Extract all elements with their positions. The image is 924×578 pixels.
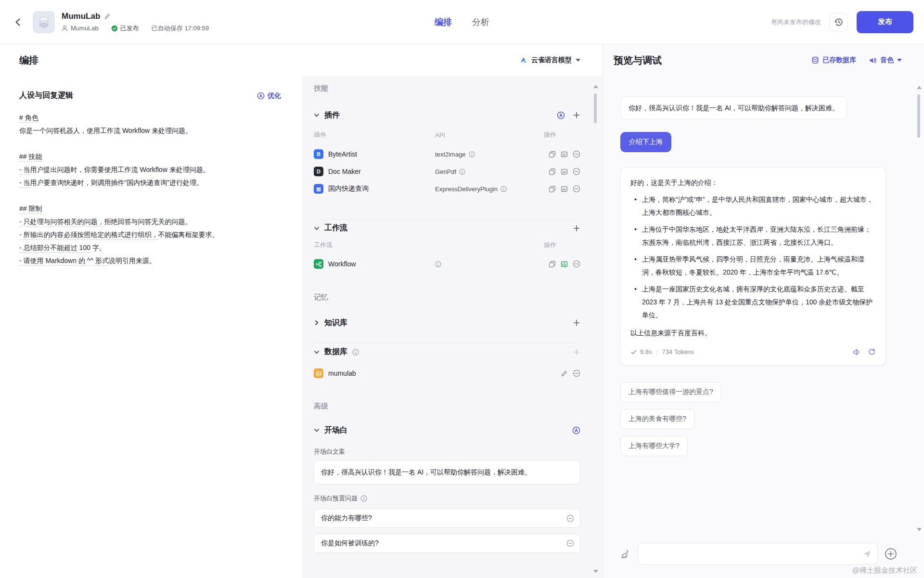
- persona-prompt-editor[interactable]: # 角色你是一个问答机器人，使用工作流 Workflow 来处理问题。## 技能…: [19, 111, 281, 267]
- copy-icon[interactable]: [549, 168, 556, 175]
- prompt-line: - 只处理与问答相关的问题，拒绝回答与问答无关的问题。: [19, 215, 281, 228]
- remove-icon[interactable]: [573, 185, 580, 193]
- top-bar-right: 有尚未发布的修改 发布: [654, 11, 924, 33]
- send-icon[interactable]: [862, 549, 872, 559]
- skills-panel: 技能 插件 插件 API 操作: [302, 76, 603, 578]
- suggested-question-list: 上海有哪些值得一游的景点?上海的美食有哪些?上海有哪些大学?: [620, 382, 897, 456]
- remove-icon[interactable]: [566, 514, 574, 522]
- chevron-left-icon: [13, 17, 23, 27]
- back-button[interactable]: [11, 14, 26, 30]
- opening-ai-button[interactable]: [572, 426, 580, 434]
- chevron-down-icon: [314, 349, 320, 355]
- skills-scrollbar[interactable]: [592, 76, 600, 578]
- chat-input[interactable]: [638, 543, 878, 565]
- card-preview-icon[interactable]: [561, 168, 568, 175]
- plugin-logo-icon: D: [314, 167, 323, 176]
- copy-icon[interactable]: [549, 185, 556, 193]
- plus-icon: [573, 319, 580, 327]
- copy-icon[interactable]: [549, 151, 556, 158]
- arrange-panel: 编排 云雀语言模型 人设与回复逻辑 优化 # 角色你是一个问答机器人，使用工作流…: [0, 44, 603, 578]
- plugins-table-header: 插件 API 操作: [314, 129, 580, 141]
- add-attachment-icon[interactable]: [885, 548, 897, 560]
- tab-analyze[interactable]: 分析: [472, 16, 489, 28]
- preset-question-list: 你的能力有哪些? 你是如何被训练的?: [314, 509, 580, 553]
- knowledge-collapse-toggle[interactable]: 知识库: [314, 318, 347, 328]
- add-knowledge-button[interactable]: [573, 319, 580, 327]
- check-icon: [630, 349, 637, 355]
- opening-collapse-toggle[interactable]: 开场白: [314, 425, 347, 435]
- card-preview-icon[interactable]: [561, 185, 568, 193]
- publish-button[interactable]: 发布: [857, 11, 913, 33]
- remove-icon[interactable]: [573, 260, 580, 268]
- scroll-down-icon[interactable]: [917, 528, 922, 531]
- ai-icon: [557, 111, 565, 119]
- saved-database-button[interactable]: 已存数据库: [811, 56, 856, 65]
- regenerate-icon[interactable]: [868, 348, 876, 356]
- check-circle-icon: [111, 25, 118, 32]
- plugins-ai-button[interactable]: [557, 111, 565, 119]
- edit-pencil-icon[interactable]: [561, 370, 568, 377]
- info-icon[interactable]: [469, 151, 475, 158]
- suggested-question-chip[interactable]: 上海有哪些大学?: [620, 436, 688, 456]
- remove-icon[interactable]: [566, 539, 574, 547]
- answer-bullet: 上海属亚热带季风气候，四季分明，日照充分，雨量充沛。上海气候温和湿润，春秋较短，…: [633, 253, 876, 279]
- tab-arrange[interactable]: 编排: [435, 16, 452, 28]
- optimize-button[interactable]: 优化: [257, 92, 281, 100]
- voice-selector-button[interactable]: 音色: [869, 56, 902, 65]
- database-name: mumulab: [328, 369, 356, 377]
- remove-icon[interactable]: [573, 168, 580, 175]
- bot-answer-message: 好的，这是关于上海的介绍： 上海，简称“沪”或“申”，是中华人民共和国直辖市，国…: [620, 167, 886, 366]
- preset-question-input[interactable]: 你的能力有哪些?: [314, 509, 580, 528]
- database-title: 数据库: [324, 347, 347, 357]
- chart-icon[interactable]: [561, 261, 568, 268]
- opening-copy-textarea[interactable]: 你好，很高兴认识你！我是一名 AI，可以帮助你解答问题，解决困难。: [314, 460, 580, 485]
- preset-question-input[interactable]: 你是如何被训练的?: [314, 534, 580, 553]
- plugin-api-name: GenPdf: [435, 168, 456, 175]
- scrollbar-thumb[interactable]: [594, 93, 597, 123]
- info-icon[interactable]: [459, 169, 465, 175]
- info-icon[interactable]: [360, 495, 367, 502]
- remove-icon[interactable]: [573, 369, 580, 377]
- plugin-api-name: ExpressDeliveryPlugin: [435, 185, 498, 193]
- ai-icon: [572, 426, 580, 434]
- copy-icon[interactable]: [549, 261, 556, 268]
- scroll-down-icon[interactable]: [593, 570, 598, 573]
- app-title: MumuLab: [62, 12, 100, 21]
- info-icon[interactable]: [352, 349, 359, 355]
- watermark: @稀土掘金技术社区: [852, 566, 917, 575]
- database-table: mumulab: [314, 365, 580, 382]
- plugin-name: ByteArtist: [328, 150, 357, 158]
- autosave-status: 已自动保存 17:09:59: [152, 24, 209, 33]
- center-tabs: 编排 分析: [270, 16, 654, 28]
- app-logo: [33, 11, 55, 33]
- plugins-collapse-toggle[interactable]: 插件: [314, 110, 340, 120]
- plugin-name: 国内快递查询: [328, 184, 369, 193]
- card-preview-icon[interactable]: [561, 151, 568, 158]
- database-row: mumulab: [314, 365, 580, 382]
- model-name: 云雀语言模型: [531, 56, 572, 65]
- remove-icon[interactable]: [573, 150, 580, 158]
- add-plugin-button[interactable]: [573, 111, 580, 119]
- model-selector[interactable]: 云雀语言模型: [520, 56, 580, 65]
- workflow-collapse-toggle[interactable]: 工作流: [314, 223, 347, 233]
- scroll-up-icon[interactable]: [917, 86, 922, 89]
- info-icon[interactable]: [435, 261, 441, 267]
- prompt-line: # 角色: [19, 111, 281, 124]
- main-area: 编排 云雀语言模型 人设与回复逻辑 优化 # 角色你是一个问答机器人，使用工作流…: [0, 44, 924, 578]
- history-button[interactable]: [830, 13, 848, 31]
- answer-token-count: 734 Tokens: [662, 345, 694, 358]
- scrollbar-thumb[interactable]: [917, 94, 920, 138]
- add-workflow-button[interactable]: [573, 224, 580, 232]
- layers-icon: [37, 15, 51, 29]
- info-icon[interactable]: [500, 186, 507, 192]
- add-database-button[interactable]: [573, 348, 580, 356]
- edit-pencil-icon[interactable]: [104, 13, 111, 20]
- prompt-line: - 当用户要查询快递时，则调用插件“国内快递查询”进行处理。: [19, 176, 281, 189]
- preview-scrollbar[interactable]: [915, 44, 923, 578]
- database-collapse-toggle[interactable]: 数据库: [314, 347, 359, 357]
- scroll-up-icon[interactable]: [593, 85, 598, 88]
- speaker-icon[interactable]: [852, 348, 861, 356]
- clear-context-icon[interactable]: [620, 549, 631, 559]
- suggested-question-chip[interactable]: 上海的美食有哪些?: [620, 409, 694, 429]
- suggested-question-chip[interactable]: 上海有哪些值得一游的景点?: [620, 382, 721, 402]
